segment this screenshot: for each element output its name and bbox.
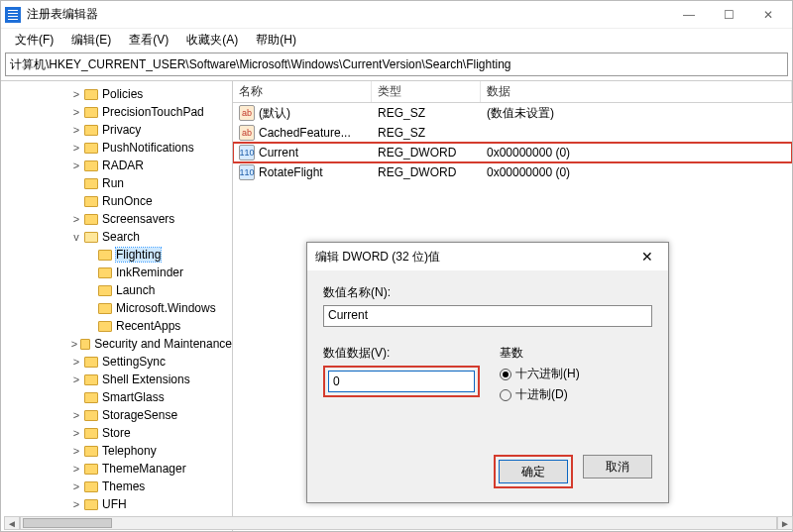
folder-icon	[84, 89, 98, 100]
tree-node[interactable]: >Screensavers	[1, 210, 232, 228]
radio-hex-label: 十六进制(H)	[515, 366, 580, 382]
chevron-right-icon[interactable]: >	[70, 213, 82, 225]
value-data: 0x00000000 (0)	[481, 146, 792, 160]
menu-item[interactable]: 查看(V)	[121, 30, 176, 51]
tree-node[interactable]: >Policies	[1, 85, 232, 103]
tree-node[interactable]: >Themes	[1, 478, 232, 495]
maximize-button[interactable]: ☐	[709, 2, 748, 28]
folder-icon	[84, 196, 98, 207]
tree-node[interactable]: Microsoft.Windows	[1, 299, 232, 317]
scroll-left-button[interactable]: ◄	[4, 516, 20, 530]
menu-item[interactable]: 帮助(H)	[248, 30, 304, 51]
chevron-right-icon[interactable]: >	[70, 427, 82, 439]
tree-label: RunOnce	[102, 194, 153, 208]
value-row[interactable]: ab(默认)REG_SZ(数值未设置)	[233, 103, 792, 123]
folder-icon	[84, 178, 98, 189]
value-data-input[interactable]	[328, 371, 475, 392]
chevron-right-icon[interactable]: >	[70, 463, 82, 475]
value-name: (默认)	[259, 105, 290, 122]
folder-icon	[98, 285, 112, 296]
tree-node[interactable]: >Telephony	[1, 442, 232, 460]
tree-node[interactable]: RecentApps	[1, 317, 232, 335]
close-button[interactable]: ✕	[748, 2, 788, 28]
cancel-button[interactable]: 取消	[583, 455, 652, 479]
tree-node[interactable]: SmartGlass	[1, 388, 232, 406]
tree-node[interactable]: vSearch	[1, 228, 232, 246]
folder-icon	[84, 374, 98, 385]
address-bar[interactable]: 计算机\HKEY_CURRENT_USER\Software\Microsoft…	[5, 53, 788, 76]
folder-icon	[84, 107, 98, 118]
folder-icon	[84, 446, 98, 457]
tree-label: Security and Maintenance	[94, 337, 232, 351]
dialog-close-button[interactable]: ✕	[634, 244, 660, 269]
tree-node[interactable]: >SettingSync	[1, 353, 232, 371]
string-value-icon: ab	[239, 105, 255, 121]
value-name: RotateFlight	[259, 165, 323, 179]
chevron-right-icon[interactable]: >	[70, 124, 82, 136]
chevron-right-icon[interactable]: >	[70, 480, 82, 492]
col-data[interactable]: 数据	[481, 81, 792, 102]
ok-button[interactable]: 确定	[499, 460, 568, 483]
tree-node[interactable]: >PushNotifications	[1, 139, 232, 157]
chevron-right-icon[interactable]: >	[70, 498, 82, 510]
folder-icon	[84, 481, 98, 492]
menu-item[interactable]: 收藏夹(A)	[178, 30, 246, 51]
tree-label: Microsoft.Windows	[116, 301, 216, 315]
value-type: REG_SZ	[372, 106, 481, 120]
tree-node[interactable]: InkReminder	[1, 264, 232, 281]
tree-node[interactable]: Run	[1, 174, 232, 192]
tree-node[interactable]: >Privacy	[1, 121, 232, 139]
tree-pane[interactable]: >Policies>PrecisionTouchPad>Privacy>Push…	[1, 81, 233, 531]
value-row[interactable]: 110CurrentREG_DWORD0x00000000 (0)	[233, 143, 792, 162]
chevron-right-icon[interactable]: >	[70, 338, 78, 350]
chevron-right-icon[interactable]: >	[70, 409, 82, 421]
tree-node[interactable]: >Store	[1, 424, 232, 442]
tree-node[interactable]: >StorageSense	[1, 406, 232, 424]
h-scrollbar[interactable]: ◄ ►	[4, 516, 793, 530]
minimize-button[interactable]: —	[669, 2, 709, 28]
chevron-right-icon[interactable]: >	[70, 142, 82, 154]
value-row[interactable]: 110RotateFlightREG_DWORD0x00000000 (0)	[233, 162, 792, 182]
tree-label: RecentApps	[116, 319, 180, 333]
folder-icon	[84, 428, 98, 439]
tree-node[interactable]: >ThemeManager	[1, 460, 232, 478]
radio-dec[interactable]: 十进制(D)	[500, 386, 580, 403]
value-row[interactable]: abCachedFeature...REG_SZ	[233, 123, 792, 143]
tree-node[interactable]: Launch	[1, 281, 232, 299]
string-value-icon: ab	[239, 125, 255, 141]
tree-label: Store	[102, 426, 131, 440]
window-title: 注册表编辑器	[27, 6, 669, 23]
value-data-highlight	[323, 366, 480, 397]
scroll-thumb[interactable]	[23, 518, 112, 528]
value-name-field[interactable]: Current	[323, 305, 652, 327]
chevron-down-icon[interactable]: v	[70, 231, 82, 243]
value-name: CachedFeature...	[259, 126, 351, 140]
chevron-right-icon[interactable]: >	[70, 373, 82, 385]
chevron-right-icon[interactable]: >	[70, 88, 82, 100]
menu-item[interactable]: 文件(F)	[7, 30, 61, 51]
dialog-titlebar: 编辑 DWORD (32 位)值 ✕	[307, 243, 668, 270]
tree-label: Themes	[102, 479, 145, 493]
tree-label: Telephony	[102, 444, 157, 458]
address-text: 计算机\HKEY_CURRENT_USER\Software\Microsoft…	[10, 56, 511, 73]
binary-value-icon: 110	[239, 164, 255, 180]
chevron-right-icon[interactable]: >	[70, 445, 82, 457]
menu-item[interactable]: 编辑(E)	[63, 30, 119, 51]
tree-node[interactable]: >UFH	[1, 495, 232, 513]
window-buttons: — ☐ ✕	[669, 2, 788, 28]
tree-node[interactable]: >PrecisionTouchPad	[1, 103, 232, 121]
tree-node[interactable]: RunOnce	[1, 192, 232, 210]
tree-node[interactable]: >Shell Extensions	[1, 371, 232, 388]
chevron-right-icon[interactable]: >	[70, 106, 82, 118]
ok-highlight: 确定	[494, 455, 573, 488]
chevron-right-icon[interactable]: >	[70, 356, 82, 368]
tree-node[interactable]: >Security and Maintenance	[1, 335, 232, 353]
col-name[interactable]: 名称	[233, 81, 372, 102]
tree-node[interactable]: Flighting	[1, 246, 232, 264]
col-type[interactable]: 类型	[372, 81, 481, 102]
tree-node[interactable]: >RADAR	[1, 157, 232, 174]
scroll-right-button[interactable]: ►	[777, 516, 793, 530]
radio-hex[interactable]: 十六进制(H)	[500, 366, 580, 382]
chevron-right-icon[interactable]: >	[70, 160, 82, 171]
scroll-track[interactable]	[20, 516, 777, 530]
